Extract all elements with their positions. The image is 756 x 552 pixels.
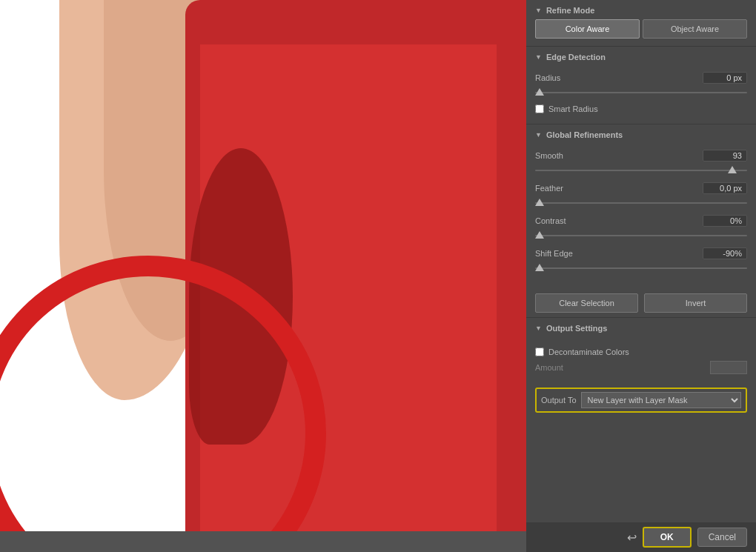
feather-param-row: Feather [535, 182, 747, 194]
contrast-value-input[interactable] [703, 215, 747, 227]
cancel-button[interactable]: Cancel [697, 528, 747, 547]
feather-slider-track [535, 202, 747, 204]
refine-mode-label: Refine Mode [546, 6, 594, 15]
global-ref-header: ▼ Global Refinements [526, 124, 756, 144]
refine-mode-section: Color Aware Object Aware [526, 19, 756, 46]
invert-button[interactable]: Invert [644, 293, 747, 313]
smart-radius-label[interactable]: Smart Radius [548, 104, 598, 113]
shift-edge-value-input[interactable] [703, 247, 747, 259]
radius-slider-thumb[interactable] [535, 88, 544, 96]
bottom-bar: ↩ OK Cancel [526, 522, 756, 552]
ok-button[interactable]: OK [643, 527, 692, 548]
mode-buttons-group: Color Aware Object Aware [535, 19, 747, 39]
amount-box [710, 361, 747, 374]
edge-detect-collapse-arrow[interactable]: ▼ [535, 53, 542, 61]
output-settings-header: ▼ Output Settings [526, 318, 756, 337]
radius-param-row: Radius [535, 72, 747, 84]
action-buttons-row: Clear Selection Invert [535, 293, 747, 313]
smart-radius-checkbox[interactable] [535, 104, 544, 113]
radius-slider-track [535, 92, 747, 93]
output-section: Decontaminate Colors Amount [526, 337, 756, 382]
contrast-slider[interactable] [535, 230, 747, 242]
refine-mode-header: ▼ Refine Mode [526, 0, 756, 19]
output-settings-label: Output Settings [546, 324, 608, 333]
global-ref-label: Global Refinements [546, 130, 623, 139]
shift-edge-slider-thumb[interactable] [535, 264, 544, 271]
radius-label: Radius [535, 73, 560, 82]
contrast-slider-track [535, 235, 747, 236]
edge-detect-section: Radius Smart Radius [526, 66, 756, 124]
decontaminate-label[interactable]: Decontaminate Colors [548, 348, 629, 356]
clear-selection-button[interactable]: Clear Selection [535, 293, 638, 313]
undo-button[interactable]: ↩ [627, 531, 637, 545]
smooth-label: Smooth [535, 151, 563, 160]
feather-label: Feather [535, 184, 563, 193]
global-ref-collapse-arrow[interactable]: ▼ [535, 131, 542, 139]
decontaminate-row: Decontaminate Colors [535, 348, 747, 356]
smart-radius-row: Smart Radius [535, 104, 747, 113]
shift-edge-label: Shift Edge [535, 249, 573, 258]
feather-value-input[interactable] [703, 182, 747, 194]
decontaminate-checkbox[interactable] [535, 348, 544, 356]
smooth-value-input[interactable] [703, 150, 747, 162]
contrast-label: Contrast [535, 216, 566, 225]
output-to-row: Output To New Layer with Layer Mask Sele… [535, 388, 747, 413]
image-panel [0, 0, 526, 552]
output-settings-collapse-arrow[interactable]: ▼ [535, 325, 542, 332]
object-aware-button[interactable]: Object Aware [643, 19, 747, 39]
shift-edge-slider[interactable] [535, 262, 747, 274]
contrast-slider-thumb[interactable] [535, 231, 544, 239]
amount-row: Amount [535, 361, 747, 374]
contrast-param-row: Contrast [535, 215, 747, 227]
refine-mode-collapse-arrow[interactable]: ▼ [535, 7, 542, 14]
color-aware-button[interactable]: Color Aware [535, 19, 640, 39]
amount-label: Amount [535, 363, 563, 372]
smooth-slider-thumb[interactable] [728, 166, 737, 173]
output-to-select[interactable]: New Layer with Layer Mask Selection Laye… [581, 392, 742, 408]
right-panel: ▼ Refine Mode Color Aware Object Aware ▼… [526, 0, 756, 552]
feather-slider[interactable] [535, 197, 747, 209]
radius-value-input[interactable] [703, 72, 747, 84]
radius-slider[interactable] [535, 87, 747, 99]
photo-canvas [0, 0, 526, 552]
shift-edge-slider-track [535, 267, 747, 269]
edge-detection-header: ▼ Edge Detection [526, 47, 756, 66]
edge-detection-label: Edge Detection [546, 53, 606, 61]
output-to-label: Output To [541, 396, 577, 405]
feather-slider-thumb[interactable] [535, 199, 544, 206]
smooth-slider-track [535, 170, 747, 171]
image-toolbar [0, 531, 526, 552]
smooth-param-row: Smooth [535, 150, 747, 162]
smooth-slider[interactable] [535, 164, 747, 176]
global-ref-section: Smooth Feather Contrast Shift Edge [526, 144, 756, 286]
bottom-spacer [526, 419, 756, 456]
shift-edge-param-row: Shift Edge [535, 247, 747, 259]
